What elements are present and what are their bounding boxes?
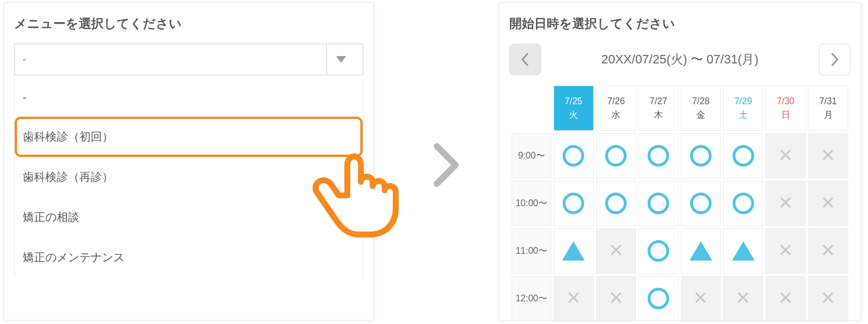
unavailable-icon: ✕: [609, 288, 624, 308]
day-header: 7/28金: [681, 86, 721, 131]
day-header: 7/26水: [596, 86, 636, 131]
chevron-left-icon: [520, 52, 531, 67]
time-slot[interactable]: [681, 133, 721, 178]
time-slot[interactable]: [639, 276, 679, 321]
prev-week-button[interactable]: [509, 44, 541, 75]
time-slot: ✕: [554, 276, 594, 321]
time-slot[interactable]: [639, 133, 679, 178]
time-slot[interactable]: [681, 228, 721, 274]
time-label: 10:00〜: [512, 181, 551, 226]
time-slot[interactable]: [639, 228, 679, 274]
available-icon: [690, 145, 712, 167]
unavailable-icon: ✕: [778, 193, 793, 213]
unavailable-icon: ✕: [566, 288, 581, 308]
time-slot[interactable]: [681, 181, 721, 226]
available-icon: [648, 288, 669, 309]
available-icon: [563, 193, 584, 214]
day-header: 7/29土: [723, 86, 763, 131]
available-icon: [605, 145, 627, 167]
time-slot: ✕: [765, 181, 806, 226]
menu-select-title: メニューを選択してください: [14, 15, 363, 32]
unavailable-icon: ✕: [693, 288, 708, 308]
time-slot[interactable]: [596, 133, 636, 178]
menu-select-value: -: [23, 54, 26, 66]
time-slot: ✕: [596, 276, 636, 321]
time-slot[interactable]: [554, 228, 594, 274]
day-header: 7/27木: [639, 86, 679, 131]
day-header: 7/30日: [765, 86, 806, 131]
time-slot[interactable]: [723, 228, 763, 274]
time-slot[interactable]: [639, 181, 679, 226]
available-icon: [563, 145, 584, 167]
menu-select[interactable]: -: [14, 44, 363, 75]
availability-calendar: 7/25火7/26水7/27木7/28金7/29土7/30日7/31月 9:00…: [509, 83, 850, 321]
day-header: 7/25火: [554, 86, 594, 131]
time-slot[interactable]: [554, 133, 594, 178]
caret-down-icon: [336, 56, 346, 63]
available-icon: [648, 240, 669, 262]
date-range-label: 20XX/07/25(火) 〜 07/31(月): [547, 51, 813, 68]
time-slot[interactable]: [723, 181, 763, 226]
available-icon: [733, 145, 754, 167]
available-icon: [690, 193, 712, 214]
time-slot: ✕: [808, 228, 848, 274]
unavailable-icon: ✕: [820, 193, 836, 213]
unavailable-icon: ✕: [820, 145, 836, 165]
time-slot: ✕: [723, 276, 763, 321]
time-slot: ✕: [808, 276, 848, 321]
unavailable-icon: ✕: [820, 288, 836, 308]
time-slot: ✕: [765, 276, 806, 321]
time-label: 11:00〜: [512, 228, 551, 274]
few-left-icon: [690, 241, 712, 261]
menu-select-caret-area[interactable]: [326, 44, 355, 75]
unavailable-icon: ✕: [820, 240, 836, 261]
available-icon: [648, 145, 669, 167]
time-slot: ✕: [765, 133, 806, 178]
unavailable-icon: ✕: [735, 288, 751, 308]
day-header: 7/31月: [808, 86, 848, 131]
time-slot: ✕: [808, 133, 848, 178]
time-col-header: [512, 86, 551, 131]
time-slot: ✕: [681, 276, 721, 321]
unavailable-icon: ✕: [778, 240, 793, 261]
few-left-icon: [562, 241, 585, 261]
available-icon: [605, 193, 627, 214]
menu-option[interactable]: 矯正のメンテナンス: [15, 237, 363, 278]
time-slot: ✕: [596, 228, 636, 274]
unavailable-icon: ✕: [609, 240, 624, 261]
menu-option[interactable]: -: [15, 79, 363, 117]
unavailable-icon: ✕: [778, 145, 793, 165]
datetime-select-title: 開始日時を選択してください: [509, 15, 850, 32]
time-slot[interactable]: [723, 133, 763, 178]
time-slot: ✕: [808, 181, 848, 226]
time-slot[interactable]: [596, 181, 636, 226]
chevron-right-icon: [829, 52, 840, 67]
next-step-arrow-icon: [431, 142, 462, 187]
pointer-hand-icon: [303, 139, 405, 241]
time-label: 9:00〜: [512, 133, 551, 178]
time-slot: ✕: [765, 228, 806, 274]
available-icon: [648, 193, 669, 214]
datetime-select-panel: 開始日時を選択してください 20XX/07/25(火) 〜 07/31(月) 7…: [499, 2, 861, 321]
few-left-icon: [732, 241, 755, 261]
next-week-button[interactable]: [819, 44, 850, 75]
time-label: 12:00〜: [512, 276, 551, 321]
unavailable-icon: ✕: [778, 288, 793, 308]
time-slot[interactable]: [554, 181, 594, 226]
available-icon: [733, 193, 754, 214]
date-nav: 20XX/07/25(火) 〜 07/31(月): [509, 44, 850, 75]
